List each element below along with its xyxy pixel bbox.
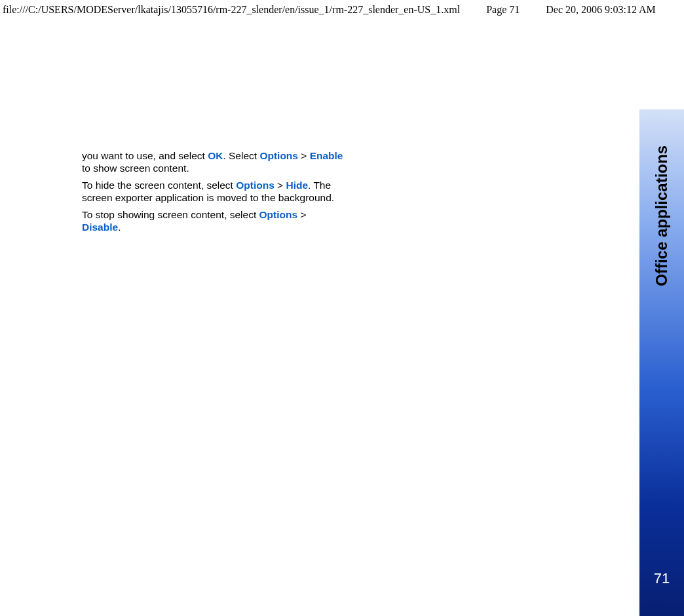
ui-disable: Disable xyxy=(82,221,118,233)
body-text: you want to use, and select OK. Select O… xyxy=(82,149,344,233)
paragraph-3: To stop showing screen content, select O… xyxy=(82,208,344,234)
ui-options: Options xyxy=(259,150,298,161)
ui-enable: Enable xyxy=(310,150,343,161)
header-page: Page 71 xyxy=(486,4,520,16)
ui-hide: Hide xyxy=(286,180,308,191)
paragraph-1: you want to use, and select OK. Select O… xyxy=(82,149,344,175)
file-path: file:///C:/USERS/MODEServer/lkatajis/130… xyxy=(3,4,460,16)
page-number: 71 xyxy=(654,570,670,587)
ui-options: Options xyxy=(236,180,275,191)
ui-options: Options xyxy=(259,209,298,220)
section-title: Office applications xyxy=(653,145,671,286)
header-date: Dec 20, 2006 9:03:12 AM xyxy=(546,4,656,16)
side-tab: Office applications 71 xyxy=(639,109,684,616)
pdf-header: file:///C:/USERS/MODEServer/lkatajis/130… xyxy=(0,4,684,16)
paragraph-2: To hide the screen content, select Optio… xyxy=(82,179,344,204)
ui-ok: OK xyxy=(208,150,223,161)
